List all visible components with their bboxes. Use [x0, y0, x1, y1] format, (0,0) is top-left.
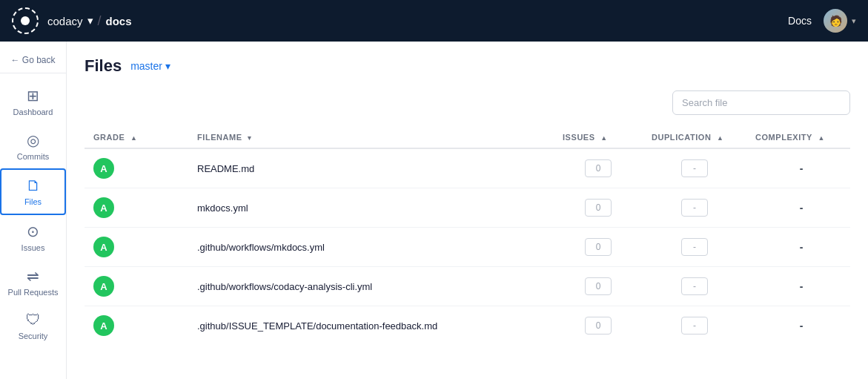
issues-badge: 0: [585, 238, 612, 256]
main-layout: ← Go back ⊞ Dashboard ◎ Commits 🗋 Files …: [0, 42, 868, 379]
duplication-badge: -: [681, 159, 708, 177]
sidebar-item-issues[interactable]: ⊙ Issues: [0, 215, 66, 260]
duplication-badge: -: [681, 317, 708, 334]
complexity-cell: -: [746, 267, 850, 306]
complexity-value: -: [794, 241, 804, 253]
brand-name: codacy: [47, 15, 83, 27]
files-icon: 🗋: [26, 177, 41, 194]
col-header-grade[interactable]: GRADE ▲: [85, 127, 188, 148]
issues-cell: 0: [554, 306, 643, 346]
duplication-cell: -: [643, 188, 746, 228]
main-content: Files master ▾ GRADE ▲ FILENAME ▾: [67, 42, 868, 379]
duplication-badge: -: [681, 277, 708, 295]
complexity-sort-icon: ▲: [818, 134, 824, 142]
issues-badge: 0: [585, 317, 612, 334]
duplication-cell: -: [643, 228, 746, 267]
issues-cell: 0: [554, 228, 643, 267]
table-row: A README.md 0 - -: [85, 148, 850, 188]
complexity-cell: -: [746, 188, 850, 228]
complexity-value: -: [794, 162, 804, 174]
duplication-cell: -: [643, 306, 746, 346]
sidebar-item-commits-label: Commits: [17, 152, 49, 161]
security-icon: 🛡: [26, 312, 41, 329]
issues-icon: ⊙: [27, 223, 39, 240]
branch-chevron-icon: ▾: [165, 60, 170, 72]
sidebar-item-security-label: Security: [19, 332, 48, 340]
filename-cell[interactable]: .github/workflows/codacy-analysis-cli.ym…: [188, 267, 554, 306]
avatar-image: 🧑: [829, 15, 842, 27]
grade-cell: A: [85, 267, 188, 306]
sidebar-item-dashboard-label: Dashboard: [13, 108, 53, 116]
logo-inner: [21, 16, 30, 25]
table-row: A .github/ISSUE_TEMPLATE/documentation-f…: [85, 306, 850, 346]
branch-name: master: [130, 60, 162, 72]
table-row: A .github/workflows/codacy-analysis-cli.…: [85, 267, 850, 306]
grade-sort-icon: ▲: [130, 134, 137, 142]
files-header: Files master ▾: [85, 56, 850, 76]
avatar[interactable]: 🧑: [824, 9, 847, 33]
navbar-repo: docs: [106, 15, 132, 27]
search-bar-container: [85, 90, 850, 115]
issues-badge: 0: [585, 159, 612, 177]
sidebar-item-pull-requests-label: Pull Requests: [8, 288, 59, 297]
col-header-issues[interactable]: ISSUES ▲: [554, 127, 643, 148]
pull-requests-icon: ⇌: [27, 267, 39, 285]
col-header-duplication[interactable]: DUPLICATION ▲: [643, 127, 746, 148]
page-title: Files: [85, 56, 122, 76]
sidebar-item-security[interactable]: 🛡 Security: [0, 304, 66, 348]
table-row: A mkdocs.yml 0 - -: [85, 188, 850, 228]
issues-cell: 0: [554, 267, 643, 306]
col-header-complexity[interactable]: COMPLEXITY ▲: [746, 127, 850, 148]
table-body: A README.md 0 - - A mkdocs.yml 0: [85, 148, 850, 345]
complexity-cell: -: [746, 148, 850, 188]
navbar-docs-link[interactable]: Docs: [788, 15, 812, 27]
sidebar-item-pull-requests[interactable]: ⇌ Pull Requests: [0, 260, 66, 304]
sidebar-item-files-label: Files: [24, 197, 42, 206]
filename-cell[interactable]: README.md: [188, 148, 554, 188]
filename-cell[interactable]: .github/workflows/mkdocs.yml: [188, 228, 554, 267]
issues-badge: 0: [585, 199, 612, 217]
navbar-brand[interactable]: codacy ▾: [47, 14, 93, 27]
sidebar-item-commits[interactable]: ◎ Commits: [0, 124, 66, 168]
issues-badge: 0: [585, 277, 612, 295]
complexity-value: -: [794, 320, 804, 332]
sidebar-item-dashboard[interactable]: ⊞ Dashboard: [0, 79, 66, 124]
search-input[interactable]: [672, 90, 850, 115]
issues-cell: 0: [554, 148, 643, 188]
sidebar: ← Go back ⊞ Dashboard ◎ Commits 🗋 Files …: [0, 42, 67, 379]
complexity-value: -: [794, 202, 804, 214]
brand-chevron-icon: ▾: [87, 14, 93, 27]
grade-badge: A: [93, 158, 114, 179]
navbar-separator: /: [98, 13, 102, 29]
complexity-cell: -: [746, 306, 850, 346]
filename-cell[interactable]: mkdocs.yml: [188, 188, 554, 228]
avatar-chevron-icon[interactable]: ▾: [852, 16, 856, 26]
codacy-logo: [12, 7, 39, 34]
table-header: GRADE ▲ FILENAME ▾ ISSUES ▲ DUPLICATION …: [85, 127, 850, 148]
filename-sort-icon: ▾: [248, 134, 252, 142]
duplication-badge: -: [681, 238, 708, 256]
grade-cell: A: [85, 306, 188, 346]
grade-badge: A: [93, 197, 114, 218]
duplication-cell: -: [643, 148, 746, 188]
duplication-badge: -: [681, 199, 708, 217]
grade-badge: A: [93, 315, 114, 336]
issues-sort-icon: ▲: [600, 134, 607, 142]
grade-badge: A: [93, 237, 114, 257]
issues-cell: 0: [554, 188, 643, 228]
sidebar-item-files[interactable]: 🗋 Files: [0, 168, 66, 215]
dashboard-icon: ⊞: [27, 87, 39, 105]
complexity-cell: -: [746, 228, 850, 267]
navbar: codacy ▾ / docs Docs 🧑 ▾: [0, 0, 868, 42]
grade-cell: A: [85, 228, 188, 267]
table-row: A .github/workflows/mkdocs.yml 0 - -: [85, 228, 850, 267]
grade-cell: A: [85, 148, 188, 188]
duplication-sort-icon: ▲: [717, 134, 723, 142]
grade-cell: A: [85, 188, 188, 228]
sidebar-item-issues-label: Issues: [21, 243, 45, 252]
col-header-filename[interactable]: FILENAME ▾: [188, 127, 554, 148]
filename-cell[interactable]: .github/ISSUE_TEMPLATE/documentation-fee…: [188, 306, 554, 346]
sidebar-back-button[interactable]: ← Go back: [0, 47, 66, 73]
branch-selector[interactable]: master ▾: [130, 60, 170, 72]
files-table: GRADE ▲ FILENAME ▾ ISSUES ▲ DUPLICATION …: [85, 127, 850, 345]
